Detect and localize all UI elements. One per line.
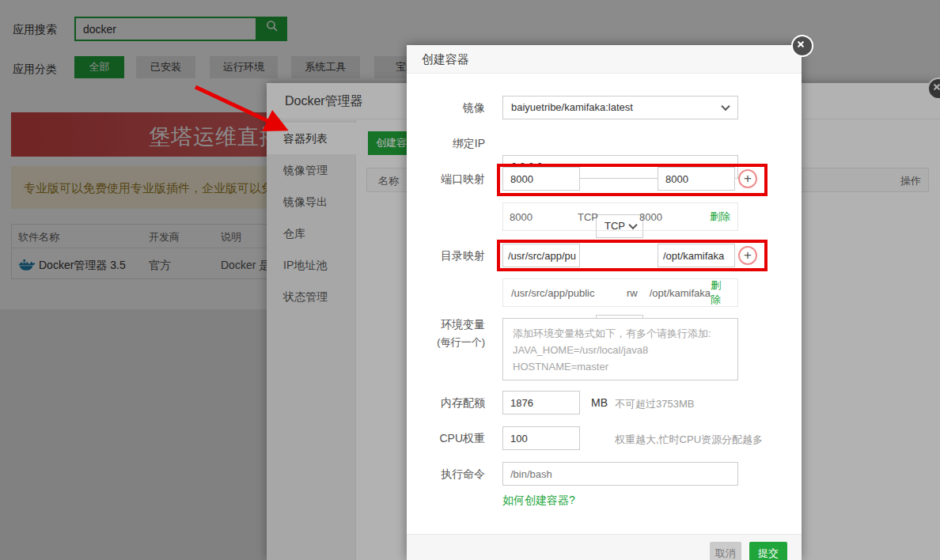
bind-ip-label: 绑定IP	[453, 135, 485, 151]
cpu-hint: 权重越大,忙时CPU资源分配越多	[615, 433, 763, 447]
add-port-button[interactable]: +	[738, 169, 757, 188]
cmd-label: 执行命令	[441, 466, 485, 482]
port-row-container: 8000	[639, 211, 662, 223]
image-select-value: baiyuetribe/kamifaka:latest	[511, 101, 633, 113]
image-label: 镜像	[463, 100, 485, 115]
image-select[interactable]: baiyuetribe/kamifaka:latest	[502, 96, 738, 119]
memory-unit: MB	[591, 396, 608, 409]
memory-label: 内存配额	[441, 395, 485, 411]
port-row-host: 8000	[510, 211, 578, 223]
cpu-weight-input[interactable]	[502, 426, 580, 450]
port-host-input[interactable]	[502, 167, 580, 191]
env-placeholder-line: 添加环境变量格式如下，有多个请换行添加:	[513, 325, 728, 342]
env-sublabel: (每行一个)	[437, 335, 485, 350]
port-container-input[interactable]	[658, 167, 735, 191]
modal-title: 创建容器	[422, 52, 469, 67]
dir-mapping-row: /usr/src/app/public rw /opt/kamifaka 删除	[502, 278, 738, 307]
env-textarea[interactable]: 添加环境变量格式如下，有多个请换行添加: JAVA_HOME=/usr/loca…	[502, 318, 738, 380]
cpu-label: CPU权重	[439, 430, 485, 446]
modal-close-button[interactable]	[791, 35, 813, 57]
cancel-button[interactable]: 取消	[710, 542, 741, 560]
dir-host-input[interactable]	[502, 244, 580, 267]
how-to-create-link[interactable]: 如何创建容器?	[502, 494, 575, 508]
modal-footer: 取消 提交	[407, 534, 802, 560]
port-mapping-row: 8000 TCP 8000 删除	[502, 202, 738, 231]
chevron-down-icon	[721, 102, 730, 111]
screen: 应用搜索 应用分类 全部 已安装 运行环境 系统工具 宝塔 堡塔运维直播间 专业…	[0, 0, 940, 560]
port-row-delete-link[interactable]: 删除	[710, 210, 737, 224]
dir-row-delete-link[interactable]: 删除	[711, 278, 737, 307]
dir-container-input[interactable]	[658, 244, 735, 267]
dir-mapping-label: 目录映射	[441, 248, 485, 263]
dir-row-mode: rw	[627, 287, 650, 299]
env-label: 环境变量	[441, 316, 485, 332]
dir-row-host: /usr/src/app/public	[511, 287, 627, 299]
env-placeholder-line: JAVA_HOME=/usr/local/java8	[513, 342, 728, 358]
modal-header: 创建容器	[407, 45, 802, 74]
create-container-modal: 创建容器 镜像 绑定IP 端口映射 目录映射 环境变量 (每行一个) 内存配额 …	[407, 45, 802, 560]
submit-button[interactable]: 提交	[749, 542, 787, 560]
exec-command-input[interactable]	[502, 462, 738, 486]
dir-row-container: /opt/kamifaka	[650, 287, 711, 299]
port-mapping-label: 端口映射	[441, 171, 485, 187]
add-dir-button[interactable]: +	[738, 246, 757, 265]
env-placeholder-line: HOSTNAME=master	[513, 358, 728, 375]
memory-hint: 不可超过3753MB	[615, 397, 694, 411]
port-row-proto: TCP	[578, 211, 639, 223]
memory-input[interactable]	[502, 391, 580, 414]
